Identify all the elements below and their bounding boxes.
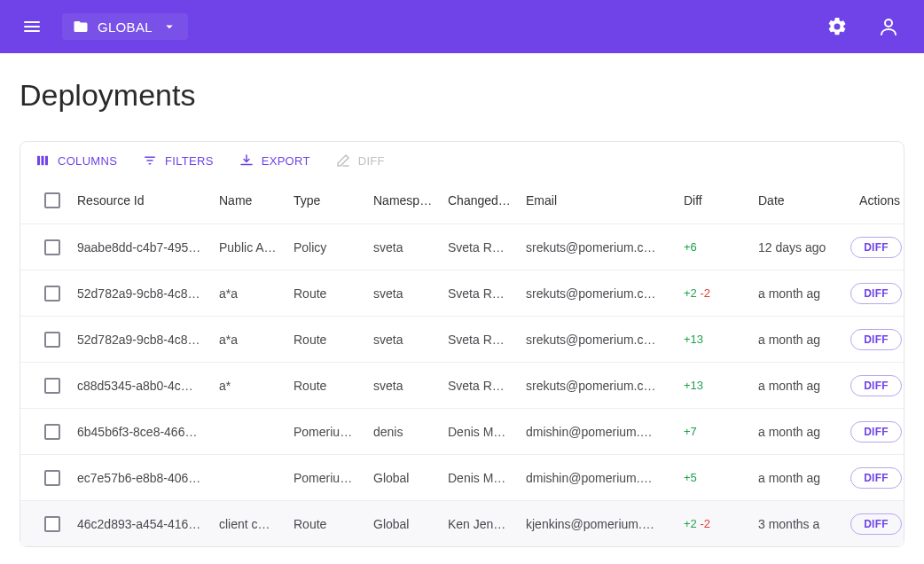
cell-date: a month ag: [753, 425, 834, 439]
cell-diff: +2 -2: [678, 286, 753, 300]
cell-namespace: Global: [368, 517, 442, 531]
col-namespace[interactable]: Namesp…: [368, 193, 442, 208]
table-row[interactable]: 9aabe8dd-c4b7-495…Public A…PolicysvetaSv…: [20, 223, 904, 270]
diff-row-button[interactable]: DIFF: [850, 329, 902, 350]
cell-email: srekuts@pomerium.c…: [521, 379, 678, 393]
columns-icon: [35, 153, 51, 168]
filters-label: FILTERS: [165, 154, 214, 168]
cell-type: Route: [288, 379, 368, 393]
col-changed-by[interactable]: Changed…: [442, 193, 521, 208]
cell-resource-id: ec7e57b6-e8b8-406…: [72, 471, 214, 485]
data-grid: Resource Id Name Type Namesp… Changed… E…: [20, 177, 904, 546]
table-row[interactable]: c88d5345-a8b0-4c…a*RoutesvetaSveta R…sre…: [20, 362, 904, 408]
cell-resource-id: 52d782a9-9cb8-4c8…: [72, 333, 214, 347]
diff-plus: +13: [684, 333, 703, 346]
cell-name: Public A…: [214, 240, 288, 255]
col-name[interactable]: Name: [214, 193, 288, 208]
svg-rect-7: [145, 157, 155, 159]
col-diff[interactable]: Diff: [678, 193, 753, 208]
cell-namespace: sveta: [368, 379, 442, 393]
col-resource-id[interactable]: Resource Id: [72, 193, 214, 208]
row-checkbox[interactable]: [44, 470, 60, 486]
download-icon: [239, 153, 254, 168]
diff-row-button[interactable]: DIFF: [850, 237, 902, 258]
col-type[interactable]: Type: [288, 193, 368, 208]
hamburger-icon: [21, 16, 43, 37]
gear-icon: [826, 16, 848, 37]
diff-row-button[interactable]: DIFF: [850, 375, 902, 396]
cell-diff: +6: [678, 240, 753, 254]
col-email[interactable]: Email: [521, 193, 678, 208]
columns-button[interactable]: COLUMNS: [35, 153, 117, 168]
table-row[interactable]: 6b45b6f3-8ce8-466…Pomeriu…denisDenis M…d…: [20, 408, 904, 454]
row-checkbox[interactable]: [44, 239, 60, 255]
cell-date: a month ag: [753, 471, 834, 485]
cell-name: a*a: [214, 286, 288, 301]
diff-plus: +7: [684, 425, 697, 438]
cell-email: dmishin@pomerium.…: [521, 471, 678, 485]
diff-plus: +2: [684, 286, 697, 300]
edit-icon: [335, 153, 351, 168]
col-date[interactable]: Date: [753, 193, 834, 208]
cell-name: a*: [214, 379, 288, 393]
col-actions[interactable]: Actions: [834, 193, 916, 208]
diff-plus: +13: [684, 379, 703, 392]
cell-changed-by: Sveta R…: [442, 379, 521, 393]
cell-type: Pomeriu…: [288, 471, 368, 485]
diff-plus: +6: [684, 240, 697, 254]
cell-resource-id: 52d782a9-9cb8-4c8…: [72, 286, 214, 301]
cell-namespace: denis: [368, 425, 442, 439]
menu-button[interactable]: [14, 9, 50, 44]
cell-type: Pomeriu…: [288, 425, 368, 439]
diff-button: DIFF: [335, 153, 385, 168]
row-checkbox[interactable]: [44, 332, 60, 348]
diff-plus: +5: [684, 471, 697, 484]
cell-email: srekuts@pomerium.c…: [521, 240, 678, 255]
table-row[interactable]: 52d782a9-9cb8-4c8…a*aRoutesvetaSveta R…s…: [20, 316, 904, 362]
cell-diff: +13: [678, 333, 753, 346]
table-row[interactable]: 52d782a9-9cb8-4c8…a*aRoutesvetaSveta R…s…: [20, 270, 904, 316]
cell-name: a*a: [214, 333, 288, 347]
cell-namespace: Global: [368, 471, 442, 485]
diff-plus: +2: [684, 517, 697, 530]
cell-namespace: sveta: [368, 333, 442, 347]
table-row[interactable]: 46c2d893-a454-416…client c…RouteGlobalKe…: [20, 500, 904, 546]
cell-type: Route: [288, 333, 368, 347]
cell-changed-by: Sveta R…: [442, 240, 521, 255]
cell-actions: DIFF: [834, 329, 916, 350]
cell-resource-id: 46c2d893-a454-416…: [72, 517, 214, 531]
select-all-checkbox[interactable]: [44, 192, 60, 208]
table-toolbar: COLUMNS FILTERS EXPORT DIFF: [20, 142, 904, 177]
namespace-selector[interactable]: GLOBAL: [62, 13, 188, 40]
diff-row-button[interactable]: DIFF: [850, 467, 902, 489]
folder-icon: [73, 19, 89, 35]
export-button[interactable]: EXPORT: [239, 153, 310, 168]
grid-header: Resource Id Name Type Namesp… Changed… E…: [20, 177, 904, 223]
cell-email: srekuts@pomerium.c…: [521, 333, 678, 347]
row-checkbox[interactable]: [44, 378, 60, 394]
settings-button[interactable]: [819, 9, 855, 44]
columns-label: COLUMNS: [58, 154, 117, 168]
profile-button[interactable]: [871, 9, 906, 44]
svg-rect-1: [24, 26, 40, 27]
row-checkbox[interactable]: [44, 424, 60, 440]
cell-diff: +7: [678, 425, 753, 438]
chevron-down-icon: [161, 19, 177, 35]
cell-changed-by: Ken Jen…: [442, 517, 521, 531]
cell-namespace: sveta: [368, 286, 442, 301]
cell-type: Route: [288, 286, 368, 301]
svg-rect-5: [42, 156, 44, 166]
svg-rect-2: [24, 30, 40, 32]
row-checkbox[interactable]: [44, 516, 60, 532]
diff-row-button[interactable]: DIFF: [850, 513, 902, 535]
row-checkbox[interactable]: [44, 286, 60, 302]
filters-button[interactable]: FILTERS: [142, 153, 214, 168]
cell-changed-by: Sveta R…: [442, 286, 521, 301]
diff-row-button[interactable]: DIFF: [850, 283, 902, 304]
diff-row-button[interactable]: DIFF: [850, 421, 902, 443]
table-row[interactable]: ec7e57b6-e8b8-406…Pomeriu…GlobalDenis M……: [20, 454, 904, 500]
cell-email: kjenkins@pomerium.…: [521, 517, 678, 531]
user-icon: [878, 16, 899, 37]
cell-email: srekuts@pomerium.c…: [521, 286, 678, 301]
svg-point-3: [885, 20, 892, 27]
